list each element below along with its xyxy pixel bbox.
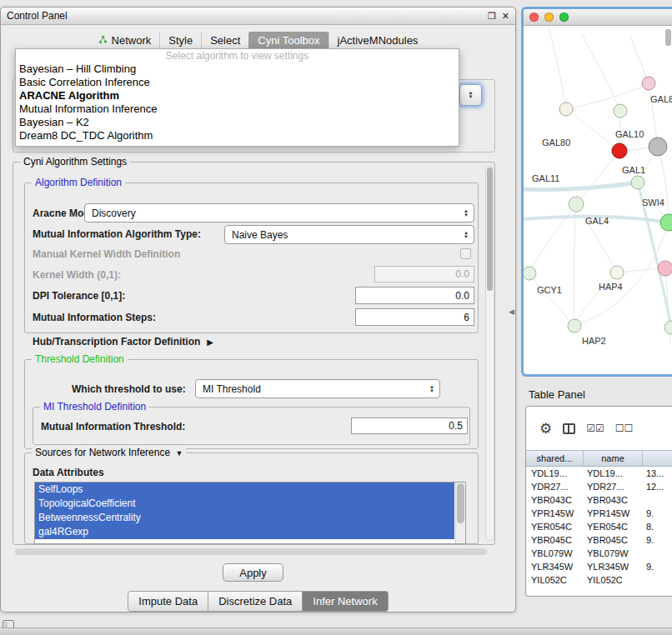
table-row[interactable]: YPR145WYPR145W9. <box>526 507 672 520</box>
table-column-header[interactable]: name <box>584 451 643 466</box>
algorithm-dropdown-popup: Select algorithm to view settings Bayesi… <box>15 48 459 147</box>
network-edge <box>529 273 574 326</box>
network-node[interactable] <box>610 266 624 279</box>
algorithm-combo-button[interactable]: ▲ ▼ <box>459 84 482 106</box>
table-cell: YBR043C <box>584 495 643 505</box>
table-cell: YPR145W <box>584 508 643 518</box>
network-canvas[interactable]: GAL8GAL80GAL10GAL11GAL1SWI4GAL4GCY1HAP4H… <box>524 26 672 376</box>
network-node[interactable] <box>660 214 672 231</box>
manual-kernel-label: Manual Kernel Width Definition <box>33 248 180 260</box>
minimize-window-icon[interactable] <box>544 12 554 22</box>
zoom-window-icon[interactable] <box>559 12 569 22</box>
panel-collapse-arrow-icon[interactable]: ◀ <box>509 308 514 316</box>
table-row[interactable]: YBR043CYBR043C <box>526 493 672 507</box>
network-node[interactable] <box>658 261 672 276</box>
which-threshold-select[interactable]: MI Threshold ▲▼ <box>195 379 440 398</box>
network-node[interactable] <box>559 102 573 116</box>
scrollbar-thumb[interactable] <box>487 168 493 291</box>
network-edge <box>529 204 576 273</box>
hub-definition-expander[interactable]: Hub/Transcription Factor Definition ▶ <box>33 336 213 348</box>
network-node[interactable] <box>612 143 627 158</box>
attribute-item-topologicalcoefficient[interactable]: TopologicalCoefficient <box>35 497 454 511</box>
attr-list-items: SelfLoopsTopologicalCoefficientBetweenne… <box>35 482 465 539</box>
close-panel-icon[interactable]: ✕ <box>502 11 509 22</box>
scrollbar-thumb[interactable] <box>457 483 464 523</box>
mi-type-value: Naive Bayes <box>232 229 288 241</box>
close-window-icon[interactable] <box>529 12 539 22</box>
tab-jactivemnodules[interactable]: jActiveMNodules <box>328 32 427 49</box>
table-row[interactable]: YDL19...YDL19...13... <box>526 467 672 480</box>
unchecked-boxes-icon[interactable]: ☐☐ <box>615 422 634 434</box>
table-cell: YER054C <box>584 522 643 532</box>
tab-network[interactable]: Network <box>90 32 160 49</box>
table-cell: YBR045C <box>526 535 584 545</box>
network-node[interactable] <box>649 138 667 156</box>
network-node[interactable] <box>614 104 627 118</box>
mi-threshold-field[interactable]: 0.5 <box>351 418 468 434</box>
network-edge <box>630 36 649 83</box>
table-cell: 8. <box>643 522 672 532</box>
network-node[interactable] <box>568 319 581 332</box>
attribute-item-gal4rgexp[interactable]: gal4RGexp <box>35 525 454 539</box>
mi-type-select[interactable]: Naive Bayes ▲▼ <box>224 225 474 244</box>
table-row[interactable]: YBR045CYBR045C9. <box>526 533 672 547</box>
table-header-row[interactable]: shared...name <box>526 450 672 467</box>
cyni-algorithm-settings-title: Cyni Algorithm Settings <box>20 156 130 168</box>
columns-icon[interactable] <box>563 423 575 434</box>
table-column-header[interactable]: shared... <box>526 451 584 466</box>
network-node[interactable] <box>664 321 672 334</box>
network-node[interactable] <box>524 267 536 280</box>
table-cell: 12... <box>643 482 672 492</box>
control-panel-window: Control Panel ❐ ✕ NetworkStyleSelectCyni… <box>0 7 516 612</box>
table-row[interactable]: YDR27...YDR27...12... <box>526 480 672 493</box>
network-window-titlebar[interactable] <box>524 9 672 26</box>
algorithm-option-mutual-information-inference[interactable]: Mutual Information Inference <box>16 102 459 116</box>
sources-title[interactable]: Sources for Network Inference ▼ <box>32 447 186 458</box>
network-node-label: GAL8 <box>650 94 672 104</box>
bottom-tab-discretize-data[interactable]: Discretize Data <box>208 591 303 612</box>
bottom-tab-bar: Impute DataDiscretize DataInfer Network <box>1 591 515 612</box>
aracne-mode-select[interactable]: Discovery ▲▼ <box>84 203 474 222</box>
data-attributes-list[interactable]: SelfLoopsTopologicalCoefficientBetweenne… <box>34 482 466 544</box>
mi-steps-field[interactable]: 6 <box>355 308 474 326</box>
network-edge <box>524 182 638 190</box>
which-threshold-value: MI Threshold <box>203 383 261 395</box>
settings-scrollbar[interactable] <box>485 166 494 541</box>
table-row[interactable]: YIL052CYIL052C <box>526 573 672 587</box>
control-panel-titlebar[interactable]: Control Panel ❐ ✕ <box>1 8 515 25</box>
table-row[interactable]: YBL079WYBL079W <box>526 547 672 560</box>
attribute-item-selfloops[interactable]: SelfLoops <box>35 482 454 497</box>
table-cell: YBR045C <box>584 535 643 545</box>
attr-list-scrollbar[interactable] <box>455 482 465 543</box>
checked-boxes-icon[interactable]: ☑☑ <box>586 422 604 434</box>
algorithm-option-aracne-algorithm[interactable]: ARACNE Algorithm <box>16 89 459 102</box>
table-column-header[interactable] <box>643 451 672 466</box>
algorithm-option-bayesian-hill-climbing[interactable]: Bayesian – Hill Climbing <box>16 62 459 76</box>
bottom-tab-impute-data[interactable]: Impute Data <box>128 591 208 612</box>
algorithm-option-basic-correlation-inference[interactable]: Basic Correlation Inference <box>16 76 459 89</box>
tab-select[interactable]: Select <box>201 32 248 49</box>
manual-kernel-checkbox[interactable] <box>460 248 471 259</box>
algorithm-option-bayesian-k2[interactable]: Bayesian – K2 <box>16 116 459 129</box>
float-window-icon[interactable]: ❐ <box>488 11 496 22</box>
tab-cyni-toolbox[interactable]: Cyni Toolbox <box>248 32 328 49</box>
kernel-width-field[interactable]: 0.0 <box>374 266 474 282</box>
network-node[interactable] <box>642 77 655 90</box>
algorithm-option-dream8-dc-tdc-algorithm[interactable]: Dream8 DC_TDC Algorithm <box>16 129 459 142</box>
bottom-tab-infer-network[interactable]: Infer Network <box>303 591 388 612</box>
network-node[interactable] <box>631 176 644 189</box>
expander-arrow-icon: ▶ <box>207 338 213 347</box>
settings-horizontal-scrollbar[interactable] <box>15 548 487 555</box>
apply-button[interactable]: Apply <box>223 563 283 582</box>
sources-title-text: Sources for Network Inference <box>35 447 170 458</box>
network-scrollbar-thumb[interactable] <box>665 29 671 46</box>
table-row[interactable]: YER054CYER054C8. <box>526 520 672 533</box>
mi-type-label: Mutual Information Algorithm Type: <box>33 228 201 240</box>
table-row[interactable]: YLR345WYLR345W9. <box>526 560 672 573</box>
attribute-item-betweennesscentrality[interactable]: BetweennessCentrality <box>35 511 454 525</box>
network-node[interactable] <box>569 197 584 212</box>
gear-icon[interactable]: ⚙ <box>539 420 552 438</box>
dpi-tolerance-field[interactable]: 0.0 <box>355 287 474 304</box>
tab-style[interactable]: Style <box>159 32 201 49</box>
table-panel-window: ⚙ ☑☑ ☐☐ shared...name YDL19...YDL19...13… <box>525 406 672 597</box>
